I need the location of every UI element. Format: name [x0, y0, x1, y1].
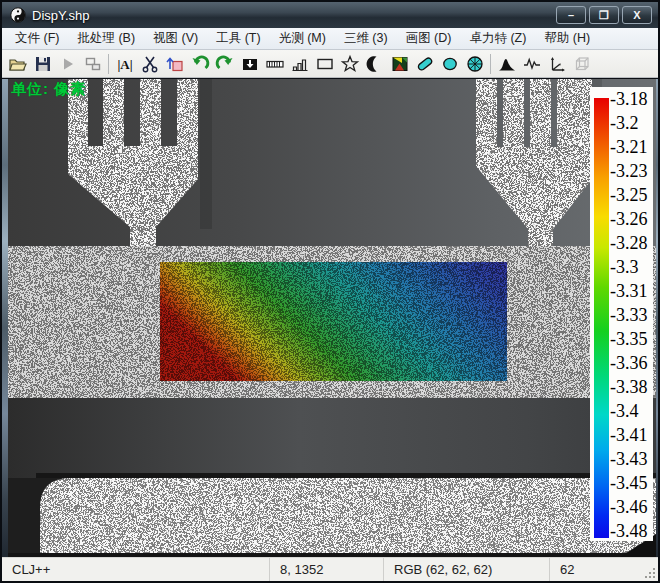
crescent-icon [365, 54, 385, 74]
image-canvas[interactable]: 单位: 像素 -3.18 -3.2 -3.21 -3.23 -3.25 -3.2… [8, 79, 656, 557]
close-button[interactable]: X [622, 6, 652, 24]
colorbar-tick: -3.4 [610, 402, 653, 420]
mesh-sphere-button[interactable] [462, 52, 487, 76]
unit-label: 单位: 像素 [11, 80, 86, 99]
play-icon [58, 54, 78, 74]
specimen-scene [8, 79, 656, 557]
toolbar: |A| [2, 50, 658, 78]
histogram-peak-button[interactable] [494, 52, 519, 76]
menubar: 文件 (F) 批处理 (B) 视图 (V) 工具 (T) 光测 (M) 三维 (… [2, 28, 658, 50]
cube-3d-button[interactable] [569, 52, 594, 76]
colorbar-tick: -3.18 [610, 90, 653, 108]
resize-grip[interactable] [644, 567, 656, 579]
bar-chart-button[interactable] [287, 52, 312, 76]
colorbar-labels: -3.18 -3.2 -3.21 -3.23 -3.25 -3.26 -3.28… [610, 90, 653, 540]
colorbar-tick: -3.38 [610, 378, 653, 396]
colorbar-gradient-strip [594, 98, 609, 538]
status-rgb-value: RGB (62, 62, 62) [384, 558, 550, 581]
window-layout-button[interactable] [80, 52, 105, 76]
bar-chart-icon [290, 54, 310, 74]
open-file-icon [8, 54, 28, 74]
colorbar-tick: -3.45 [610, 474, 653, 492]
mesh-sphere-icon [465, 54, 485, 74]
colorbar-tick: -3.28 [610, 234, 653, 252]
capsule-annotation-button[interactable] [412, 52, 437, 76]
colorbar-tick: -3.23 [610, 162, 653, 180]
star-icon [340, 54, 360, 74]
toolbar-separator [108, 54, 109, 74]
colorbar-tick: -3.2 [610, 114, 653, 132]
axes-3d-icon [547, 54, 567, 74]
save-file-button[interactable] [30, 52, 55, 76]
undo-button[interactable] [187, 52, 212, 76]
import-drop-icon [240, 54, 260, 74]
svg-text:|A|: |A| [117, 56, 132, 71]
signal-waveform-button[interactable] [519, 52, 544, 76]
cut-button[interactable] [137, 52, 162, 76]
status-app-name: CLJ++ [2, 558, 270, 581]
menu-help[interactable]: 帮助 (H) [535, 28, 599, 49]
status-gray-value: 62 [550, 558, 658, 581]
menu-draw[interactable]: 画图 (D) [397, 28, 461, 49]
colorbar-tick: -3.26 [610, 210, 653, 228]
colorbar-tick: -3.25 [610, 186, 653, 204]
redo-icon [215, 54, 235, 74]
image-palette-icon [390, 54, 410, 74]
window-title: DispY.shp [32, 8, 90, 23]
menu-3d[interactable]: 三维 (3) [335, 28, 397, 49]
maximize-button[interactable]: ❐ [589, 6, 619, 24]
paste-transform-icon [165, 54, 185, 74]
open-file-button[interactable] [5, 52, 30, 76]
image-palette-button[interactable] [387, 52, 412, 76]
ellipse-annotation-button[interactable] [437, 52, 462, 76]
colorbar-tick: -3.36 [610, 354, 653, 372]
toolbar-separator [490, 54, 491, 74]
colorbar-panel: -3.18 -3.2 -3.21 -3.23 -3.25 -3.26 -3.28… [590, 87, 653, 541]
colorbar-tick: -3.35 [610, 330, 653, 348]
minimize-button[interactable]: – [556, 6, 586, 24]
capsule-icon [415, 54, 435, 74]
app-taichi-icon [10, 7, 26, 23]
import-drop-button[interactable] [237, 52, 262, 76]
menu-zhuolite[interactable]: 卓力特 (Z) [460, 28, 535, 49]
run-button[interactable] [55, 52, 80, 76]
menu-tools[interactable]: 工具 (T) [207, 28, 269, 49]
paste-transform-button[interactable] [162, 52, 187, 76]
colorbar-tick: -3.43 [610, 450, 653, 468]
colorbar-tick: -3.31 [610, 282, 653, 300]
colorbar-tick: -3.33 [610, 306, 653, 324]
statusbar: CLJ++ 8, 1352 RGB (62, 62, 62) 62 [2, 557, 658, 581]
axes-3d-button[interactable] [544, 52, 569, 76]
undo-icon [190, 54, 210, 74]
crescent-arc-button[interactable] [362, 52, 387, 76]
abs-value-icon: |A| [115, 54, 135, 74]
menu-view[interactable]: 视图 (V) [144, 28, 207, 49]
titlebar[interactable]: DispY.shp – ❐ X [2, 2, 658, 28]
abs-value-button[interactable]: |A| [112, 52, 137, 76]
menu-optical[interactable]: 光测 (M) [270, 28, 335, 49]
ruler-scale-button[interactable] [262, 52, 287, 76]
displacement-colormap-overlay [160, 262, 507, 381]
colorbar-tick: -3.41 [610, 426, 653, 444]
scissors-icon [140, 54, 160, 74]
colorbar-tick: -3.48 [610, 522, 653, 540]
rectangle-icon [315, 54, 335, 74]
colorbar-tick: -3.21 [610, 138, 653, 156]
ruler-scale-icon [265, 54, 285, 74]
rect-select-button[interactable] [312, 52, 337, 76]
save-file-icon [33, 54, 53, 74]
window-layout-icon [83, 54, 103, 74]
star-shape-button[interactable] [337, 52, 362, 76]
colorbar-tick: -3.46 [610, 498, 653, 516]
histogram-peak-icon [497, 54, 517, 74]
cube-3d-icon [572, 54, 592, 74]
colorbar-tick: -3.3 [610, 258, 653, 276]
status-cursor-position: 8, 1352 [270, 558, 384, 581]
redo-button[interactable] [212, 52, 237, 76]
image-viewport: 单位: 像素 -3.18 -3.2 -3.21 -3.23 -3.25 -3.2… [2, 79, 658, 557]
menu-batch[interactable]: 批处理 (B) [68, 28, 144, 49]
ellipse-icon [440, 54, 460, 74]
scene-gap-band [8, 398, 656, 478]
waveform-icon [522, 54, 542, 74]
menu-file[interactable]: 文件 (F) [6, 28, 68, 49]
